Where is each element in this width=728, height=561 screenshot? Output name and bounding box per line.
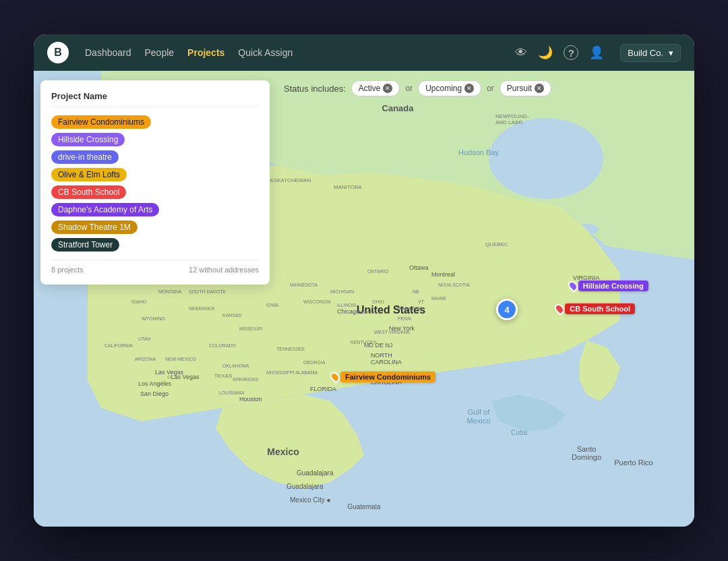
svg-text:○Las Vegas: ○Las Vegas: [167, 374, 200, 380]
svg-text:NORTH: NORTH: [371, 352, 392, 359]
user-icon[interactable]: 👤: [589, 45, 604, 60]
svg-text:NEBRASKA: NEBRASKA: [189, 306, 214, 311]
svg-point-1: [489, 118, 603, 199]
svg-text:IOWA: IOWA: [266, 303, 279, 307]
screen-container: B Dashboard People Projects Quick Assign…: [34, 34, 694, 527]
filter-active-remove[interactable]: ✕: [383, 84, 392, 93]
svg-text:SOUTH DAKOTA: SOUTH DAKOTA: [189, 289, 226, 294]
svg-text:TEXAS: TEXAS: [214, 373, 232, 379]
filter-pursuit-label: Pursuit: [507, 84, 532, 93]
svg-text:MAINE: MAINE: [431, 296, 447, 301]
svg-text:MD DE NJ: MD DE NJ: [364, 342, 393, 349]
map-pin-fairview[interactable]: Fairview Condominiums: [331, 372, 435, 382]
list-item[interactable]: CB South School: [51, 185, 126, 199]
svg-text:OKLAHOMA: OKLAHOMA: [222, 363, 249, 368]
content-area: Hudson Bay Canada United States Mexico G…: [34, 71, 694, 527]
filter-bar: Status includes: Active ✕ or Upcoming ✕ …: [273, 80, 694, 96]
svg-text:MANITOBA: MANITOBA: [334, 184, 362, 190]
svg-text:INDIANA: INDIANA: [357, 309, 377, 314]
nav-projects[interactable]: Projects: [187, 47, 224, 58]
navbar: B Dashboard People Projects Quick Assign…: [34, 34, 694, 71]
help-icon[interactable]: ?: [564, 45, 578, 60]
svg-text:CAROLINA: CAROLINA: [371, 359, 402, 365]
svg-text:Guadalajara: Guadalajara: [286, 483, 324, 490]
svg-text:UTAH: UTAH: [138, 336, 151, 341]
svg-text:New York: New York: [389, 325, 415, 332]
nav-quickassign[interactable]: Quick Assign: [238, 47, 293, 58]
svg-text:Mexico: Mexico: [467, 417, 491, 425]
svg-text:Puerto Rico: Puerto Rico: [614, 459, 653, 467]
filter-chip-upcoming[interactable]: Upcoming ✕: [418, 80, 481, 96]
svg-text:MINNESOTA: MINNESOTA: [290, 283, 317, 287]
filter-upcoming-label: Upcoming: [425, 84, 462, 93]
svg-text:ARKANSAS: ARKANSAS: [233, 377, 258, 382]
nav-links: Dashboard People Projects Quick Assign: [85, 47, 293, 58]
svg-text:Ottawa: Ottawa: [409, 264, 429, 271]
svg-text:MONTANA: MONTANA: [158, 289, 182, 294]
filter-chip-pursuit[interactable]: Pursuit ✕: [499, 80, 551, 96]
list-item[interactable]: drive-in theatre: [51, 150, 119, 164]
project-list: Fairview Condominiums Hillside Crossing …: [51, 115, 259, 252]
map-pin-hillside[interactable]: Hillside Crossing: [569, 280, 648, 291]
sidebar-footer: 8 projects 12 without addresses: [51, 260, 259, 274]
app-logo[interactable]: B: [47, 42, 69, 63]
list-item[interactable]: Shadow Theatre 1M: [51, 220, 138, 234]
svg-text:Hudson Bay: Hudson Bay: [458, 148, 499, 156]
eye-icon[interactable]: 👁: [515, 46, 527, 60]
svg-text:Guatemala: Guatemala: [348, 503, 381, 510]
filter-chip-active[interactable]: Active ✕: [351, 80, 400, 96]
svg-text:Domingo: Domingo: [572, 453, 601, 461]
svg-text:SASKATCHEWAN: SASKATCHEWAN: [266, 177, 311, 183]
missing-addresses: 12 without addresses: [189, 266, 259, 274]
cluster-badge[interactable]: 4: [496, 299, 518, 320]
svg-text:ARIZONA: ARIZONA: [135, 357, 156, 361]
company-name: Build Co.: [628, 48, 663, 58]
sidebar-panel: Project Name Fairview Condominiums Hills…: [40, 80, 270, 285]
svg-text:Mexico City ●: Mexico City ●: [290, 496, 331, 504]
filter-pursuit-remove[interactable]: ✕: [535, 84, 544, 93]
map-pin-cluster[interactable]: 4: [496, 299, 518, 320]
list-item[interactable]: Olive & Elm Lofts: [51, 168, 127, 181]
sidebar-title: Project Name: [51, 91, 259, 107]
svg-text:LOUISIANA: LOUISIANA: [219, 390, 245, 395]
filter-active-label: Active: [359, 84, 381, 93]
svg-text:Cuba: Cuba: [511, 429, 527, 436]
svg-text:Mexico: Mexico: [267, 446, 299, 457]
svg-text:Canada: Canada: [382, 103, 415, 113]
list-item[interactable]: Daphne's Academy of Arts: [51, 203, 159, 216]
filter-or-1: or: [405, 84, 413, 93]
svg-text:NOVA SCOTIA: NOVA SCOTIA: [438, 283, 470, 287]
pin-label-fairview: Fairview Condominiums: [340, 372, 435, 382]
svg-text:WYOMING: WYOMING: [142, 316, 165, 321]
svg-text:AND LABR.: AND LABR.: [495, 119, 524, 125]
list-item[interactable]: Fairview Condominiums: [51, 115, 151, 129]
svg-text:CALIFORNIA: CALIFORNIA: [104, 343, 133, 348]
filter-label: Status includes:: [284, 84, 346, 94]
svg-text:OHIO: OHIO: [372, 299, 384, 304]
nav-dashboard[interactable]: Dashboard: [85, 47, 131, 58]
project-count: 8 projects: [51, 266, 84, 274]
svg-text:ILLINOIS: ILLINOIS: [337, 303, 357, 307]
filter-or-2: or: [487, 84, 494, 93]
svg-text:QUEBEC: QUEBEC: [485, 241, 508, 247]
svg-text:San Diego: San Diego: [140, 390, 169, 397]
map-pin-cbsouth[interactable]: CB South School: [555, 303, 635, 314]
svg-text:Gulf of: Gulf of: [468, 408, 490, 416]
svg-text:MISSISSIPPI ALABAMA: MISSISSIPPI ALABAMA: [266, 370, 318, 375]
filter-upcoming-remove[interactable]: ✕: [464, 84, 474, 93]
navbar-icons: 👁 🌙 ? 👤: [515, 45, 604, 60]
svg-text:NEW MEXICO: NEW MEXICO: [165, 357, 196, 361]
nav-people[interactable]: People: [145, 47, 175, 58]
svg-text:NEW YORK: NEW YORK: [396, 306, 422, 311]
svg-text:Chicago: Chicago: [337, 308, 359, 315]
svg-text:Los Angeles: Los Angeles: [138, 380, 172, 387]
company-selector[interactable]: Build Co. ▾: [620, 44, 681, 62]
moon-icon[interactable]: 🌙: [538, 45, 553, 60]
svg-text:WISCONSIN: WISCONSIN: [303, 299, 330, 304]
chevron-down-icon: ▾: [669, 48, 673, 58]
list-item[interactable]: Stratford Tower: [51, 238, 119, 252]
svg-text:MICHIGAN: MICHIGAN: [330, 289, 354, 294]
list-item[interactable]: Hillside Crossing: [51, 133, 125, 146]
svg-text:Santo: Santo: [577, 445, 597, 453]
svg-text:COLORADO: COLORADO: [209, 343, 237, 348]
